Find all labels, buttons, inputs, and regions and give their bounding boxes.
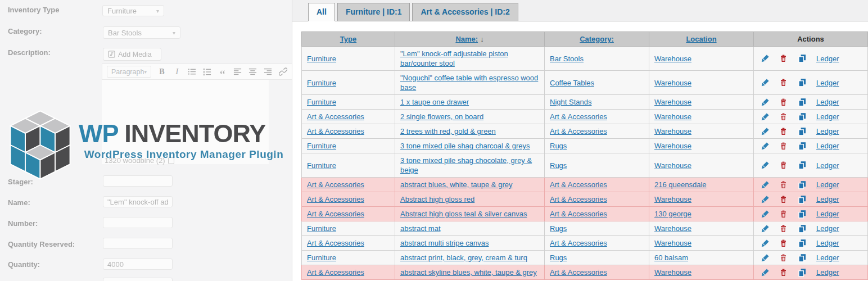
copy-icon[interactable]: [798, 54, 807, 63]
trash-icon[interactable]: [779, 268, 788, 277]
ledger-link[interactable]: Ledger: [816, 161, 839, 170]
trash-icon[interactable]: [779, 210, 788, 219]
category-link[interactable]: Rugs: [550, 253, 567, 262]
category-link[interactable]: Art & Accessories: [550, 127, 607, 135]
name-link[interactable]: abstract mat: [400, 224, 441, 233]
blockquote-icon[interactable]: “: [218, 67, 227, 76]
paragraph-select[interactable]: Paragraph ▾: [107, 66, 151, 78]
name-link[interactable]: "Lem" knock-off adjustable piston bar/co…: [400, 49, 508, 67]
name-link[interactable]: 3 tone mixed pile shag chocolate, grey &…: [400, 156, 532, 174]
ledger-link[interactable]: Ledger: [816, 180, 839, 189]
pencil-icon[interactable]: [761, 253, 770, 262]
location-link[interactable]: Warehouse: [654, 161, 691, 170]
add-media-button[interactable]: Add Media: [103, 48, 161, 61]
location-link[interactable]: Warehouse: [654, 127, 691, 135]
bullet-list-icon[interactable]: [188, 67, 197, 76]
category-link[interactable]: Bar Stools: [550, 55, 584, 63]
trash-icon[interactable]: [779, 239, 788, 248]
category-link[interactable]: Art & Accessories: [550, 180, 607, 189]
pencil-icon[interactable]: [761, 268, 770, 277]
pencil-icon[interactable]: [761, 127, 770, 136]
trash-icon[interactable]: [779, 112, 788, 121]
type-link[interactable]: Art & Accessories: [307, 195, 364, 203]
name-link[interactable]: abstract print, black, grey, cream & tur…: [400, 253, 527, 262]
location-link[interactable]: Warehouse: [654, 55, 691, 63]
type-link[interactable]: Furniture: [307, 253, 336, 262]
ledger-link[interactable]: Ledger: [816, 209, 839, 219]
location-link[interactable]: Warehouse: [654, 224, 691, 233]
quantity-input[interactable]: [103, 259, 173, 270]
copy-icon[interactable]: [798, 239, 807, 248]
copy-icon[interactable]: [798, 268, 807, 277]
trash-icon[interactable]: [779, 253, 788, 262]
location-link[interactable]: Warehouse: [654, 79, 691, 87]
name-input[interactable]: [103, 196, 173, 207]
type-link[interactable]: Furniture: [307, 79, 336, 87]
ledger-link[interactable]: Ledger: [816, 253, 839, 262]
type-link[interactable]: Furniture: [307, 161, 336, 170]
category-link[interactable]: Art & Accessories: [550, 210, 607, 218]
italic-icon[interactable]: I: [173, 67, 182, 76]
copy-icon[interactable]: [798, 195, 807, 204]
location-link[interactable]: Warehouse: [654, 268, 691, 277]
name-link[interactable]: abstract blues, white, taupe & grey: [400, 180, 512, 189]
copy-icon[interactable]: [798, 127, 807, 136]
copy-icon[interactable]: [798, 142, 807, 151]
category-link[interactable]: Night Stands: [550, 98, 591, 106]
copy-icon[interactable]: [798, 161, 807, 170]
type-link[interactable]: Art & Accessories: [307, 239, 364, 247]
tab-furniture[interactable]: Furniture | ID:1: [337, 3, 410, 21]
quantity-reserved-input[interactable]: [103, 238, 173, 249]
pencil-icon[interactable]: [761, 54, 770, 63]
category-link[interactable]: Rugs: [550, 224, 567, 233]
type-link[interactable]: Art & Accessories: [307, 127, 364, 135]
category-link[interactable]: Coffee Tables: [550, 79, 594, 87]
trash-icon[interactable]: [779, 195, 788, 204]
ledger-link[interactable]: Ledger: [816, 78, 839, 88]
ledger-link[interactable]: Ledger: [816, 126, 839, 136]
location-link[interactable]: 60 balsam: [654, 253, 688, 262]
trash-icon[interactable]: [779, 127, 788, 136]
category-link[interactable]: Rugs: [550, 142, 567, 150]
pencil-icon[interactable]: [761, 224, 770, 233]
trash-icon[interactable]: [779, 142, 788, 151]
pencil-icon[interactable]: [761, 98, 770, 107]
trash-icon[interactable]: [779, 161, 788, 170]
tab-all[interactable]: All: [308, 3, 335, 21]
location-link[interactable]: Warehouse: [654, 239, 691, 247]
copy-icon[interactable]: [798, 98, 807, 107]
name-link[interactable]: abstract multi stripe canvas: [400, 239, 489, 247]
name-link[interactable]: abstract skyline blues, white, taupe & g…: [400, 268, 537, 277]
category-link[interactable]: Rugs: [550, 161, 567, 170]
sort-name-link[interactable]: Name:: [455, 35, 478, 43]
name-link[interactable]: "Noguchi" coffee table with espresso woo…: [400, 74, 538, 92]
name-link[interactable]: Abstract high gloss red: [400, 195, 474, 203]
location-link[interactable]: 216 queensdale: [654, 180, 707, 189]
ledger-link[interactable]: Ledger: [816, 141, 839, 151]
align-left-icon[interactable]: [233, 67, 242, 76]
type-link[interactable]: Furniture: [307, 98, 336, 106]
sort-type-link[interactable]: Type: [340, 35, 356, 43]
copy-icon[interactable]: [798, 224, 807, 233]
type-link[interactable]: Furniture: [307, 224, 336, 233]
ledger-link[interactable]: Ledger: [816, 268, 839, 277]
sort-location-link[interactable]: Location: [686, 35, 716, 43]
trash-icon[interactable]: [779, 98, 788, 107]
type-link[interactable]: Art & Accessories: [307, 268, 364, 277]
type-link[interactable]: Art & Accessories: [307, 210, 364, 218]
number-input[interactable]: [103, 217, 173, 228]
bold-icon[interactable]: B: [157, 67, 166, 76]
category-link[interactable]: Art & Accessories: [550, 112, 607, 121]
category-link[interactable]: Art & Accessories: [550, 239, 607, 247]
category-select[interactable]: Bar Stools ▾: [103, 26, 180, 39]
name-link[interactable]: Abstract high gloss teal & silver canvas: [400, 210, 527, 218]
link-icon[interactable]: [279, 67, 288, 76]
pencil-icon[interactable]: [761, 142, 770, 151]
type-link[interactable]: Furniture: [307, 142, 336, 150]
partial-input[interactable]: [103, 278, 173, 281]
ledger-link[interactable]: Ledger: [816, 238, 839, 248]
tab-art-accessories[interactable]: Art & Accessories | ID:2: [412, 3, 518, 21]
ledger-link[interactable]: Ledger: [816, 112, 839, 121]
pencil-icon[interactable]: [761, 112, 770, 121]
copy-icon[interactable]: [798, 210, 807, 219]
